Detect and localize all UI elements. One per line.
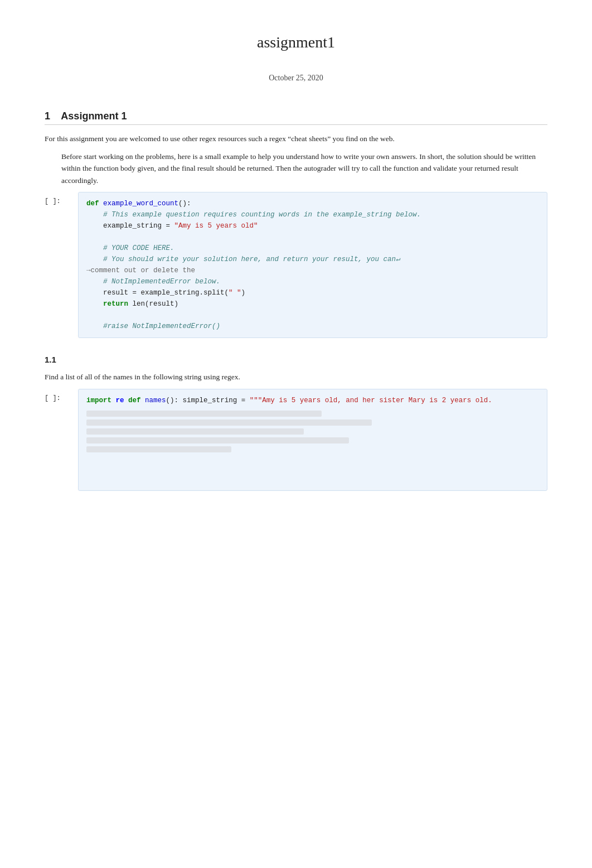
- string-space: " ": [229, 289, 241, 297]
- blurred-line-3: [86, 428, 304, 435]
- comment-3: # You should write your solution here, a…: [103, 255, 400, 263]
- code-block-2[interactable]: import re def names(): simple_string = "…: [78, 389, 547, 491]
- page-bottom-spacer: [45, 504, 547, 513]
- fn-example-word-count: example_word_count: [103, 200, 178, 208]
- keyword-def: def: [86, 200, 99, 208]
- comment-4: # NotImplementedError below.: [103, 278, 220, 286]
- code-cell-1[interactable]: [ ]: def example_word_count(): # This ex…: [78, 192, 547, 338]
- blurred-line-4: [86, 437, 349, 443]
- cell-label-2: [ ]:: [45, 394, 61, 402]
- comment-2: # YOUR CODE HERE.: [103, 244, 174, 252]
- blurred-line-2: [86, 419, 372, 426]
- blurred-code-area: [86, 411, 539, 452]
- section1-para1: For this assignment you are welcomed to …: [45, 133, 547, 145]
- keyword-def-2: def: [128, 397, 141, 404]
- arrow-comment: →comment out or delete the: [86, 267, 195, 274]
- comment-1: # This example question requires countin…: [103, 211, 421, 219]
- section-number: 1: [45, 110, 50, 122]
- page-title: assignment1: [45, 33, 547, 51]
- keyword-re: re: [116, 397, 124, 404]
- section-title: Assignment 1: [61, 110, 127, 122]
- code-cell-2[interactable]: [ ]: import re def names(): simple_strin…: [78, 389, 547, 491]
- blurred-line-5: [86, 446, 231, 452]
- code-block-1[interactable]: def example_word_count(): # This example…: [78, 192, 547, 338]
- section-heading-1: 1 Assignment 1: [45, 110, 547, 125]
- section1-para2: Before start working on the problems, he…: [61, 151, 547, 187]
- keyword-import: import: [86, 397, 111, 404]
- string-simple: """Amy is 5 years old, and her sister Ma…: [250, 397, 492, 404]
- string-amy: "Amy is 5 years old": [174, 222, 258, 230]
- cell-label-1: [ ]:: [45, 197, 61, 205]
- subsection-heading-11: 1.1: [45, 355, 547, 364]
- subsection11-para: Find a list of all of the names in the f…: [45, 371, 547, 383]
- comment-raise: #raise NotImplementedError(): [103, 322, 220, 330]
- fn-names: names: [145, 397, 166, 404]
- date-line: October 25, 2020: [45, 74, 547, 83]
- blurred-line-1: [86, 411, 322, 417]
- keyword-return: return: [103, 300, 128, 308]
